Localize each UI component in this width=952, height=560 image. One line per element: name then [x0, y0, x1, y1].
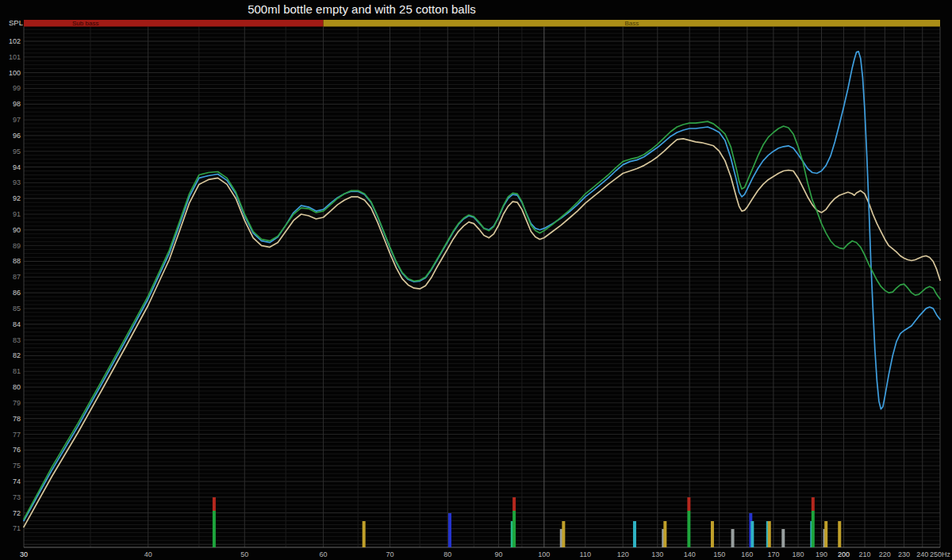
y-tick-label: 95	[13, 148, 21, 155]
y-tick-label: 97	[13, 116, 21, 124]
x-tick-label: 110	[580, 550, 591, 558]
y-tick-label: 87	[13, 273, 21, 281]
x-tick-label: 200	[838, 550, 850, 558]
x-tick-label: 100	[538, 550, 550, 558]
x-tick-label: 160	[741, 550, 753, 558]
x-tick-label: 120	[617, 550, 629, 558]
x-tick-label: 220	[879, 550, 891, 558]
y-tick-label: 83	[13, 336, 21, 344]
x-tick-label: 150	[713, 550, 725, 558]
y-tick-label: 94	[13, 163, 21, 171]
y-tick-label: 74	[13, 478, 21, 485]
y-tick-label: 75	[13, 462, 21, 470]
y-tick-label: 85	[13, 305, 21, 313]
band-label-bass: Bass	[625, 20, 639, 27]
plot-area[interactable]	[24, 27, 940, 548]
y-tick-label: 81	[13, 367, 21, 375]
y-tick-label: 77	[13, 431, 21, 439]
x-tick-label: 230	[898, 550, 910, 558]
x-tick-label: 170	[767, 550, 779, 558]
y-axis-unit-label: SPL	[9, 18, 23, 27]
x-tick-label: 50	[240, 550, 248, 558]
x-tick-label: 240	[916, 550, 928, 558]
y-tick-label: 89	[13, 242, 21, 250]
y-tick-label: 72	[13, 509, 21, 517]
y-tick-label: 101	[9, 53, 21, 61]
band-sub-bass	[24, 20, 324, 27]
x-tick-label: 90	[494, 550, 502, 558]
y-tick-label: 88	[13, 257, 21, 265]
x-tick-label: 30	[20, 550, 28, 558]
y-tick-label: 73	[13, 493, 21, 501]
band-label-sub-bass: Sub bass	[72, 20, 98, 27]
x-tick-label: 180	[793, 550, 804, 558]
y-tick-label: 100	[9, 69, 21, 77]
y-tick-label: 84	[13, 320, 21, 328]
y-tick-label: 90	[13, 226, 21, 234]
y-tick-label: 93	[13, 178, 21, 186]
y-tick-label: 102	[9, 37, 21, 45]
y-tick-label: 78	[13, 415, 21, 423]
x-tick-label: 130	[651, 550, 663, 558]
y-tick-label: 86	[13, 289, 21, 297]
x-tick-label: 210	[859, 550, 871, 558]
x-tick-label: 190	[816, 550, 827, 558]
y-tick-label: 71	[13, 524, 21, 532]
y-tick-label: 98	[13, 100, 21, 108]
y-tick-label: 82	[13, 351, 21, 359]
y-tick-label: 80	[13, 383, 21, 391]
y-tick-label: 92	[13, 194, 21, 202]
x-tick-label: 40	[144, 550, 152, 558]
x-tick-label: 70	[386, 550, 394, 558]
y-tick-label: 96	[13, 132, 21, 140]
rew-spl-chart-window: 500ml bottle empty and with 25 cotton ba…	[0, 0, 952, 560]
y-tick-label: 99	[13, 84, 21, 92]
y-tick-label: 91	[13, 210, 21, 218]
chart-title: 500ml bottle empty and with 25 cotton ba…	[248, 2, 476, 16]
x-tick-label: 250Hz	[930, 550, 951, 558]
x-tick-label: 80	[443, 550, 451, 558]
x-tick-label: 140	[684, 550, 696, 558]
x-tick-label: 60	[320, 550, 328, 558]
frequency-response-chart: Sub bassBass7172737475767778798081828384…	[0, 0, 952, 560]
y-tick-label: 76	[13, 446, 21, 454]
y-tick-label: 79	[13, 399, 21, 407]
